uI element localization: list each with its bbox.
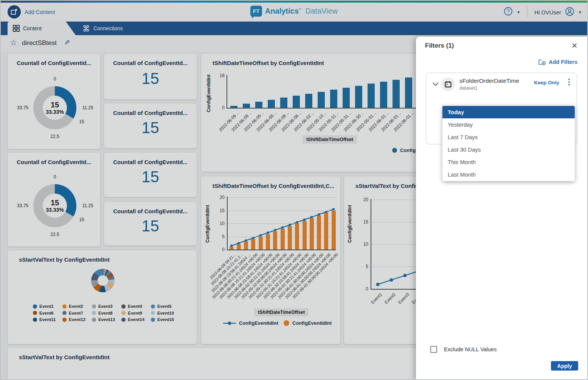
collapse-chevron-icon[interactable]	[432, 81, 439, 88]
keep-only-button[interactable]: Keep Only	[534, 80, 559, 85]
kebab-menu-icon[interactable]	[568, 79, 571, 85]
close-icon[interactable]: ×	[572, 40, 577, 51]
dropdown-option[interactable]: Today	[442, 106, 575, 118]
exclude-null-checkbox[interactable]	[430, 346, 437, 353]
exclude-null-label: Exclude NULL Values	[444, 346, 496, 352]
relative-date-dropdown: TodayYesterdayLast 7 DaysLast 30 DaysThi…	[442, 105, 575, 181]
calendar-icon	[441, 78, 455, 91]
apply-button[interactable]: Apply	[551, 361, 578, 371]
exclude-null-row: Exclude NULL Values	[430, 346, 496, 353]
dropdown-option[interactable]: This Month	[442, 156, 575, 168]
dropdown-option[interactable]: Last Month	[442, 168, 575, 181]
add-filters-label: Add Filters	[549, 59, 577, 65]
filter-field-name: sFolderOrderDateTime	[459, 78, 519, 84]
add-filters-button[interactable]: Add Filters	[538, 59, 577, 65]
dropdown-option[interactable]: Last 7 Days	[442, 131, 575, 143]
filters-panel-title: Filters (1)	[425, 42, 454, 50]
dropdown-option[interactable]: Yesterday	[442, 118, 575, 131]
app-window: Add Content FT Analytics™ DataView ? ▼ H…	[0, 0, 588, 380]
dropdown-option[interactable]: Last 30 Days	[442, 143, 575, 156]
add-filters-icon	[538, 59, 546, 65]
filter-dataset-name: dataset1	[459, 85, 478, 91]
filters-panel: Filters (1) × Add Filters sFolderOrderDa…	[416, 37, 588, 380]
